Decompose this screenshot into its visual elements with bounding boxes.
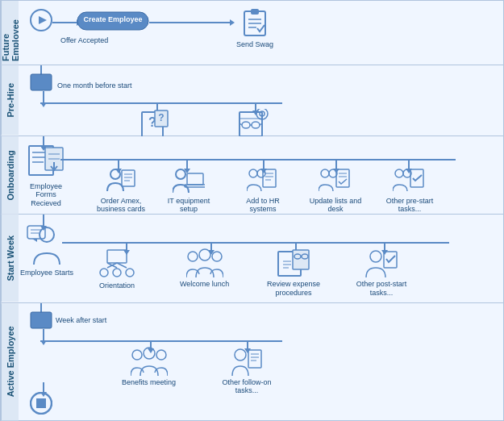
svg-rect-31	[122, 170, 135, 186]
svg-rect-46	[336, 169, 349, 187]
svg-point-61	[126, 269, 134, 277]
emp-forms-label: Employee Forms Recieved	[22, 182, 70, 208]
svg-point-18	[252, 122, 260, 128]
svg-rect-36	[187, 173, 203, 185]
persons-doc-icon	[247, 167, 279, 194]
glasses-doc-icon	[238, 109, 272, 138]
svg-point-49	[395, 169, 403, 177]
person-speech-icon	[26, 224, 68, 266]
it-setup-label: IT equipment setup	[160, 197, 217, 215]
svg-text:?: ?	[158, 112, 164, 123]
lane-content-future: Create Employee Offer Accepted	[19, 1, 503, 65]
svg-rect-68	[293, 250, 309, 269]
benefits-label: Benefits meeting	[122, 378, 176, 387]
review-expense-node: Review expense procedures	[265, 248, 322, 298]
stop-icon	[30, 392, 52, 415]
it-setup-node: IT equipment setup	[160, 167, 217, 215]
svg-rect-82	[248, 350, 261, 368]
svg-point-59	[100, 269, 108, 277]
svg-rect-87	[36, 398, 46, 408]
svg-rect-13	[240, 112, 262, 136]
svg-point-39	[257, 169, 265, 177]
offer-accepted-label: Offer Accepted	[60, 36, 108, 44]
update-lists-label: Update lists and desk	[307, 197, 364, 215]
add-hr-node: Add to HR systems	[235, 167, 291, 215]
person-doc-icon	[106, 167, 136, 194]
prehire-rect	[30, 73, 52, 91]
welcome-lunch-node: Welcome lunch	[180, 248, 229, 289]
persons-check-icon	[393, 167, 427, 194]
create-employee-node: Create Employee	[77, 11, 149, 31]
orientation-node: Orientation	[99, 248, 135, 290]
lane-content-onboarding: Employee Forms Recieved Order	[19, 136, 503, 215]
person-laptop-icon	[173, 167, 205, 194]
order-amex-label: Order Amex, business cards	[93, 197, 149, 215]
order-amex-node: Order Amex, business cards	[93, 167, 149, 215]
start-node	[30, 9, 52, 31]
active-rect	[30, 311, 52, 329]
svg-point-66	[212, 252, 222, 261]
svg-point-64	[188, 252, 198, 261]
svg-point-75	[370, 251, 381, 262]
svg-point-80	[156, 350, 166, 360]
play-icon	[30, 9, 52, 31]
stop-node	[30, 392, 52, 418]
svg-point-78	[132, 350, 142, 360]
svg-rect-37	[185, 185, 205, 187]
persons-group2-icon	[131, 347, 168, 376]
lane-label-prehire: Pre-Hire	[1, 65, 19, 135]
svg-line-63	[117, 263, 127, 268]
svg-point-44	[321, 169, 329, 177]
svg-point-35	[176, 169, 185, 179]
week-after-label: Week after start	[56, 316, 106, 324]
lane-label-active: Active Employee	[1, 303, 19, 420]
other-post-label: Other post-start tasks...	[353, 280, 410, 298]
emp-forms-node: Employee Forms Recieved	[22, 144, 70, 208]
svg-point-30	[110, 169, 120, 179]
lane-content-active: Week after start	[19, 303, 503, 420]
other-pretasks-label: Other pre-start tasks...	[381, 197, 438, 215]
svg-rect-53	[27, 226, 45, 239]
follow-on-node: Other follow-on tasks...	[219, 347, 275, 396]
emp-starts-label: Employee Starts	[20, 269, 73, 277]
lane-label-onboarding: Onboarding	[1, 136, 19, 215]
add-hr-label: Add to HR systems	[235, 197, 291, 215]
other-post-node: Other post-start tasks...	[353, 248, 410, 298]
clipboard-icon	[242, 7, 268, 38]
lane-content-prehire: One month before start ? ?	[19, 65, 503, 135]
svg-marker-1	[39, 16, 47, 24]
lane-content-startweek: Employee Starts Orientation	[19, 215, 503, 302]
lane-pre-hire: Pre-Hire One month before start	[1, 65, 503, 136]
send-swag-label: Send Swag	[236, 40, 273, 49]
svg-point-81	[235, 349, 246, 361]
question-doc-icon: ? ?	[140, 109, 171, 140]
lane-onboarding: Onboarding	[1, 136, 503, 215]
lane-label-startweek: Start Week	[1, 215, 19, 302]
lane-label-future: Future Employee	[1, 1, 19, 65]
svg-point-60	[113, 269, 121, 277]
person-check-icon	[364, 248, 398, 277]
follow-on-label: Other follow-on tasks...	[219, 378, 275, 396]
benefits-node: Benefits meeting	[122, 347, 176, 387]
review-expense-label: Review expense procedures	[265, 280, 322, 298]
doc-down-icon	[27, 144, 65, 180]
welcome-lunch-label: Welcome lunch	[180, 280, 229, 289]
lane-start-week: Start Week Employee Starts	[1, 215, 503, 303]
lane-future-employee: Future Employee Create Employee	[1, 1, 503, 65]
one-month-label: One month before start	[57, 81, 132, 90]
create-employee-label: Create Employee	[77, 15, 149, 23]
lane-active-employee: Active Employee Week after start	[1, 303, 503, 420]
person-doc2-icon	[231, 347, 263, 376]
send-swag-node: Send Swag	[236, 7, 273, 49]
svg-rect-4	[251, 9, 259, 15]
glasses-doc2-icon	[277, 248, 310, 277]
persons-board-icon	[99, 248, 135, 279]
orientation-label: Orientation	[99, 281, 135, 290]
emp-starts-node: Employee Starts	[20, 224, 73, 277]
update-lists-node: Update lists and desk	[307, 167, 364, 215]
svg-point-38	[249, 169, 257, 177]
svg-point-65	[199, 249, 210, 261]
other-tasks-node: Other pre-start tasks...	[381, 167, 438, 215]
persons-doc2-icon	[319, 167, 352, 194]
persons-group-icon	[186, 248, 223, 277]
